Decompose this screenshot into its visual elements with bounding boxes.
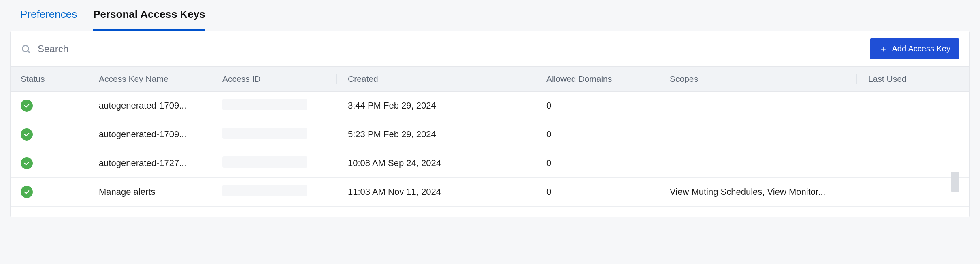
cell-id xyxy=(211,156,337,170)
tabs-bar: Preferences Personal Access Keys xyxy=(0,0,980,31)
cell-created: 3:44 PM Feb 29, 2024 xyxy=(337,100,535,111)
col-header-id[interactable]: Access ID xyxy=(211,74,337,84)
table-header: Status Access Key Name Access ID Created… xyxy=(11,66,969,92)
cell-domains: 0 xyxy=(535,187,658,197)
add-button-label: Add Access Key xyxy=(892,44,950,53)
status-ok-icon xyxy=(21,128,33,141)
cell-scopes: View Muting Schedules, View Monitor... xyxy=(658,187,857,197)
search-wrap xyxy=(21,43,870,55)
table-row[interactable]: Manage alerts 11:03 AM Nov 11, 2024 0 Vi… xyxy=(11,178,969,207)
cell-status xyxy=(21,128,87,141)
col-header-domains[interactable]: Allowed Domains xyxy=(535,74,658,84)
cell-domains: 0 xyxy=(535,129,658,140)
cell-name: autogenerated-1709... xyxy=(87,100,211,111)
table-row[interactable]: autogenerated-1727... 10:08 AM Sep 24, 2… xyxy=(11,149,969,178)
cell-status xyxy=(21,186,87,198)
cell-domains: 0 xyxy=(535,158,658,168)
cell-created: 10:08 AM Sep 24, 2024 xyxy=(337,158,535,168)
toolbar: ＋ Add Access Key xyxy=(11,31,969,66)
col-header-scopes[interactable]: Scopes xyxy=(658,74,857,84)
search-icon xyxy=(21,44,31,54)
redacted-id xyxy=(222,185,307,196)
cell-status xyxy=(21,157,87,169)
cell-id xyxy=(211,99,337,113)
tab-preferences[interactable]: Preferences xyxy=(20,8,77,31)
access-keys-panel: ＋ Add Access Key Status Access Key Name … xyxy=(10,31,970,217)
table-row[interactable]: autogenerated-1709... 5:23 PM Feb 29, 20… xyxy=(11,120,969,149)
redacted-id xyxy=(222,128,307,139)
status-ok-icon xyxy=(21,100,33,112)
cell-name: autogenerated-1727... xyxy=(87,158,211,168)
cell-status xyxy=(21,100,87,112)
plus-icon: ＋ xyxy=(879,45,888,53)
search-input[interactable] xyxy=(38,43,200,55)
cell-created: 11:03 AM Nov 11, 2024 xyxy=(337,187,535,197)
col-header-name[interactable]: Access Key Name xyxy=(87,74,211,84)
table-footer-space xyxy=(11,207,969,217)
table-row[interactable]: autogenerated-1709... 3:44 PM Feb 29, 20… xyxy=(11,92,969,120)
cell-name: Manage alerts xyxy=(87,187,211,197)
redacted-id xyxy=(222,99,307,110)
status-ok-icon xyxy=(21,186,33,198)
cell-name: autogenerated-1709... xyxy=(87,129,211,140)
cell-created: 5:23 PM Feb 29, 2024 xyxy=(337,129,535,140)
redacted-id xyxy=(222,156,307,168)
cell-id xyxy=(211,185,337,199)
svg-line-1 xyxy=(28,51,30,53)
status-ok-icon xyxy=(21,157,33,169)
cell-domains: 0 xyxy=(535,100,658,111)
col-header-last[interactable]: Last Used xyxy=(857,74,959,84)
col-header-status[interactable]: Status xyxy=(21,74,87,84)
cell-id xyxy=(211,128,337,141)
scrollbar-thumb[interactable] xyxy=(951,172,959,192)
col-header-created[interactable]: Created xyxy=(337,74,535,84)
add-access-key-button[interactable]: ＋ Add Access Key xyxy=(870,38,959,59)
tab-personal-access-keys[interactable]: Personal Access Keys xyxy=(93,8,205,31)
